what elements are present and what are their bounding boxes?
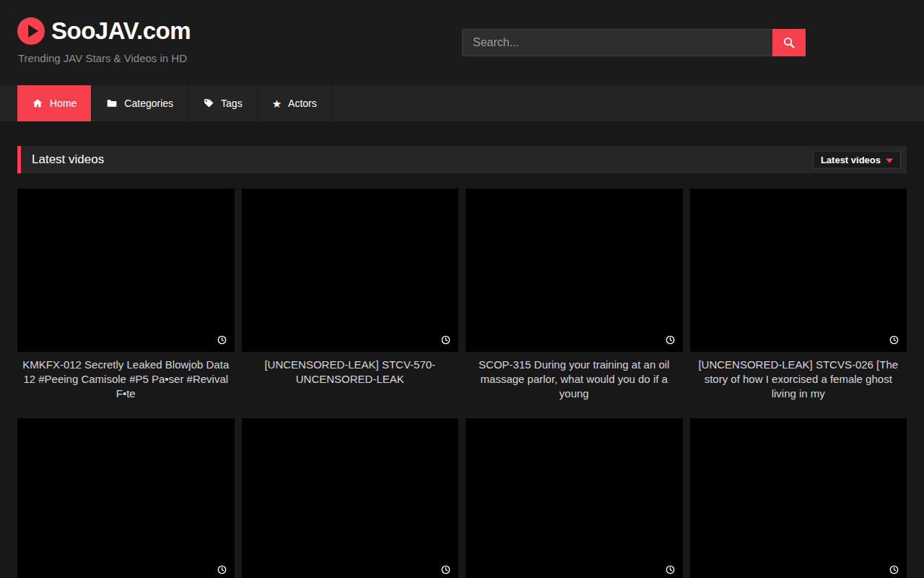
search-input[interactable] xyxy=(462,29,772,56)
nav-item-actors[interactable]: ★ Actors xyxy=(258,85,332,121)
video-title[interactable]: KMKFX-012 Secretly Leaked Blowjob Data 1… xyxy=(19,358,233,401)
caret-down-icon xyxy=(886,158,893,163)
nav-item-home[interactable]: Home xyxy=(17,85,92,121)
video-card: NAMH-043 H Cup Big Tits Newcomer (170cm … xyxy=(17,418,235,578)
search-icon xyxy=(783,36,796,49)
clock-icon xyxy=(889,335,899,345)
main-nav: Home Categories Tags ★ Actors xyxy=(0,85,924,121)
video-thumbnail[interactable] xyxy=(466,418,683,578)
video-card: KMKFX-012 Secretly Leaked Blowjob Data 1… xyxy=(17,189,235,401)
nav-item-label: Actors xyxy=(288,98,317,109)
clock-icon xyxy=(441,565,450,574)
clock-icon xyxy=(889,565,899,574)
clock-icon xyxy=(217,335,227,345)
video-thumbnail[interactable] xyxy=(242,418,459,578)
sort-dropdown-button[interactable]: Latest videos xyxy=(813,151,901,169)
clock-icon xyxy=(441,335,450,345)
nav-item-tags[interactable]: Tags xyxy=(188,85,258,121)
search-button[interactable] xyxy=(772,29,806,56)
video-card: [UNCENSORED-LEAK] MXGS-1296 Absolutely xyxy=(242,418,459,578)
main-content: Latest videos Latest videos KMKFX-012 Se… xyxy=(17,146,907,578)
video-card: [UNCENSORED-LEAK] STCV-570-UNCENSORED-LE… xyxy=(242,189,459,401)
nav-item-label: Categories xyxy=(124,98,173,109)
clock-icon xyxy=(666,565,675,574)
nav-item-categories[interactable]: Categories xyxy=(92,85,188,121)
video-card: [UNCENSORED-LEAK] MLA-231 [3 shots in xyxy=(466,418,683,578)
nav-item-label: Tags xyxy=(221,98,243,109)
sort-dropdown-label: Latest videos xyxy=(821,155,881,165)
video-title[interactable]: [UNCENSORED-LEAK] STCVS-026 [The story o… xyxy=(692,358,906,401)
home-icon xyxy=(32,98,43,109)
video-thumbnail[interactable] xyxy=(17,418,235,578)
nav-inner: Home Categories Tags ★ Actors xyxy=(17,85,924,121)
video-card: SCOP-315 During your training at an oil … xyxy=(466,189,683,401)
nav-item-label: Home xyxy=(50,98,77,109)
tags-icon xyxy=(203,98,214,109)
play-circle-icon xyxy=(17,17,45,45)
star-icon: ★ xyxy=(272,98,282,109)
video-title[interactable]: [UNCENSORED-LEAK] STCV-570-UNCENSORED-LE… xyxy=(243,358,458,387)
site-logo-text: SooJAV.com xyxy=(51,17,191,45)
video-thumbnail[interactable] xyxy=(242,189,459,352)
site-tagline: Trending JAV Stars & Videos in HD xyxy=(18,52,187,64)
clock-icon xyxy=(217,565,227,574)
video-card: UPSM-186 Girl @ Era Alice xyxy=(690,418,907,578)
folder-icon xyxy=(106,98,118,109)
video-card: [UNCENSORED-LEAK] STCVS-026 [The story o… xyxy=(690,189,907,401)
video-grid: KMKFX-012 Secretly Leaked Blowjob Data 1… xyxy=(17,189,907,578)
clock-icon xyxy=(666,335,675,345)
video-thumbnail[interactable] xyxy=(17,189,235,352)
video-thumbnail[interactable] xyxy=(690,418,907,578)
search-bar xyxy=(462,29,806,56)
video-thumbnail[interactable] xyxy=(466,189,683,352)
site-logo[interactable]: SooJAV.com xyxy=(17,17,191,45)
section-title: Latest videos xyxy=(32,152,104,167)
section-header: Latest videos Latest videos xyxy=(17,146,907,173)
site-header: SooJAV.com Trending JAV Stars & Videos i… xyxy=(0,0,924,85)
video-thumbnail[interactable] xyxy=(690,189,907,352)
video-title[interactable]: SCOP-315 During your training at an oil … xyxy=(467,358,681,401)
